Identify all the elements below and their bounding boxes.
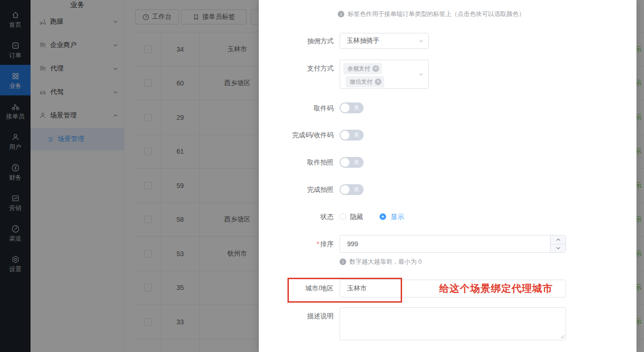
pickup-photo-label: 取件拍照 <box>259 157 334 167</box>
toggle-state-text: 关 <box>354 132 359 139</box>
sort-number-input[interactable] <box>340 235 566 253</box>
required-asterisk: * <box>317 240 319 248</box>
sort-hint: i 数字越大越靠前，最小为 0 <box>340 258 422 266</box>
label-color-tip: i 标签色作用于接单端订单类型的标签上（点击色块可以选取颜色） <box>338 10 525 18</box>
status-radio-hide-label[interactable]: 隐藏 <box>350 213 363 221</box>
app-screen: 首页 订单 业务 接单员 用户 财务 营销 渠道 <box>0 0 644 352</box>
sort-hint-text: 数字越大越靠前，最小为 0 <box>349 258 422 266</box>
status-radio-show-label[interactable]: 显示 <box>391 213 404 221</box>
pickup-code-toggle[interactable]: 关 <box>340 102 364 113</box>
city-label: 城市/地区 <box>259 283 334 293</box>
info-icon: i <box>340 258 346 265</box>
complete-code-label: 完成码/收件码 <box>259 130 334 140</box>
commission-select[interactable]: 玉林抽骑手 <box>340 33 429 49</box>
payment-tag-text: 余额支付 <box>348 65 370 73</box>
toggle-state-text: 关 <box>354 159 359 166</box>
payment-tag: 余额支付 × <box>343 63 382 74</box>
toggle-knob <box>341 158 349 167</box>
payment-multiselect[interactable]: 余额支付 × 微信支付 × <box>340 60 429 89</box>
tag-close-icon[interactable]: × <box>372 65 379 72</box>
toggle-knob <box>341 131 349 140</box>
chevron-down-icon <box>418 38 424 44</box>
commission-label: 抽佣方式 <box>259 36 334 46</box>
info-icon: i <box>338 11 344 17</box>
toggle-state-text: 关 <box>354 186 359 193</box>
payment-tag: 微信支付 × <box>346 76 384 87</box>
toggle-knob <box>341 185 349 194</box>
complete-photo-toggle[interactable]: 关 <box>340 184 364 195</box>
chevron-down-icon <box>418 71 424 78</box>
complete-photo-label: 完成拍照 <box>259 185 334 194</box>
scene-edit-drawer: i 标签色作用于接单端订单类型的标签上（点击色块可以选取颜色） 抽佣方式 玉林抽… <box>259 0 636 352</box>
toggle-state-text: 关 <box>354 104 359 111</box>
status-radio-show[interactable] <box>380 213 386 220</box>
resize-handle-icon[interactable] <box>559 334 565 339</box>
sort-label: *排序 <box>259 239 334 249</box>
commission-select-value: 玉林抽骑手 <box>347 37 380 45</box>
status-label: 状态 <box>259 212 334 221</box>
number-stepper <box>550 235 566 252</box>
description-textarea[interactable] <box>340 308 566 340</box>
pickup-code-label: 取件码 <box>259 103 334 113</box>
annotation-text: 给这个场景绑定代理城市 <box>439 282 553 295</box>
payment-tag-text: 微信支付 <box>350 78 372 86</box>
tag-close-icon[interactable]: × <box>375 78 381 85</box>
toggle-knob <box>341 103 349 112</box>
description-label: 描述说明 <box>259 311 334 321</box>
description-textarea-wrap <box>340 307 566 340</box>
status-radio-hide[interactable] <box>340 213 346 220</box>
stepper-up-button[interactable] <box>551 235 566 244</box>
sort-input-field[interactable] <box>340 235 566 252</box>
payment-label: 支付方式 <box>259 63 334 73</box>
tip-text: 标签色作用于接单端订单类型的标签上（点击色块可以选取颜色） <box>348 10 525 18</box>
stepper-down-button[interactable] <box>551 244 566 253</box>
complete-code-toggle[interactable]: 关 <box>340 130 364 141</box>
pickup-photo-toggle[interactable]: 关 <box>340 157 364 168</box>
